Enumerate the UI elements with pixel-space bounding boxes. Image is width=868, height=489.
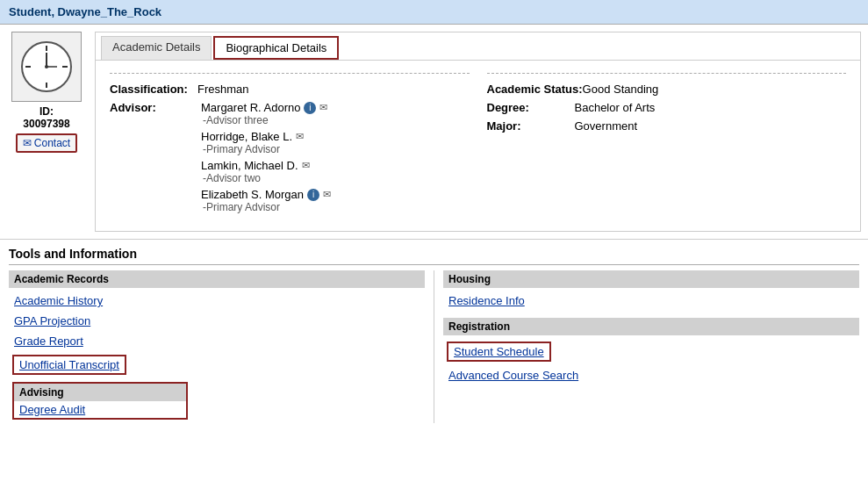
id-value: 30097398	[23, 118, 69, 130]
tools-left-col: Academic Records Academic History GPA Pr…	[9, 270, 434, 423]
page-header: Student, Dwayne_The_Rock	[0, 0, 868, 25]
housing-header: Housing	[443, 270, 859, 288]
tabs-bar: Academic Details Biographical Details	[96, 32, 860, 61]
gpa-projection-link[interactable]: GPA Projection	[9, 313, 425, 329]
degree-label: Degree:	[487, 101, 575, 114]
academic-history-wrapper: Academic History	[9, 291, 425, 311]
advisor-name: Elizabeth S. Morgan i ✉	[201, 188, 331, 201]
advisor-role: -Primary Advisor	[203, 143, 331, 155]
id-label: ID:	[39, 105, 54, 118]
advisor-role: -Primary Advisor	[203, 201, 331, 213]
academic-status-value: Good Standing	[583, 83, 659, 96]
advanced-course-search-wrapper: Advanced Course Search	[443, 365, 859, 385]
unofficial-transcript-wrapper: Unofficial Transcript	[9, 351, 425, 378]
student-panel: ID: 30097398 ✉ Contact	[7, 32, 86, 232]
student-photo	[11, 32, 82, 102]
academic-history-link[interactable]: Academic History	[9, 292, 425, 309]
advisor-role: -Advisor three	[203, 114, 331, 126]
classification-row: Classification: Freshman	[110, 83, 470, 96]
registration-header: Registration	[443, 318, 859, 335]
details-body: Classification: Freshman Advisor: Margar…	[96, 61, 860, 231]
email-icon[interactable]: ✉	[296, 131, 304, 142]
advising-header: Advising	[14, 384, 186, 401]
classification-label: Classification:	[110, 83, 197, 96]
info-icon[interactable]: i	[304, 102, 316, 114]
advanced-course-search-link[interactable]: Advanced Course Search	[443, 367, 859, 384]
main-content: ID: 30097398 ✉ Contact Academic Details …	[0, 25, 868, 240]
advisor-row: Advisor: Margaret R. Adorno i ✉ -Advisor…	[110, 101, 470, 217]
details-right: Academic Status: Good Standing Degree: B…	[487, 69, 847, 222]
tab-biographical-details[interactable]: Biographical Details	[213, 36, 339, 60]
email-icon[interactable]: ✉	[319, 102, 327, 113]
major-label: Major:	[487, 119, 575, 133]
email-envelope-icon: ✉	[23, 137, 32, 149]
degree-row: Degree: Bachelor of Arts	[487, 101, 847, 114]
clock-icon	[20, 40, 73, 93]
degree-value: Bachelor of Arts	[575, 101, 656, 114]
residence-info-wrapper: Residence Info	[443, 291, 859, 311]
advising-section: Advising Degree Audit	[12, 382, 188, 420]
major-row: Major: Government	[487, 119, 847, 133]
advisor-list: Margaret R. Adorno i ✉ -Advisor three Ho…	[201, 101, 331, 217]
advisor-name: Lamkin, Michael D. ✉	[201, 159, 331, 172]
info-icon[interactable]: i	[307, 189, 319, 201]
academic-status-row: Academic Status: Good Standing	[487, 83, 847, 96]
contact-label: Contact	[34, 137, 70, 149]
details-left: Classification: Freshman Advisor: Margar…	[110, 69, 470, 222]
tools-right-col: Housing Residence Info Registration Stud…	[434, 270, 859, 423]
grade-report-wrapper: Grade Report	[9, 331, 425, 351]
tab-academic-details[interactable]: Academic Details	[101, 36, 212, 60]
degree-audit-link[interactable]: Degree Audit	[14, 401, 186, 418]
tools-title: Tools and Information	[9, 247, 859, 265]
advisor-name: Horridge, Blake L. ✉	[201, 130, 331, 143]
student-id-block: ID: 30097398	[23, 105, 69, 130]
student-schedule-wrapper: Student Schedule	[443, 338, 859, 365]
advisor-label: Advisor:	[110, 101, 197, 114]
academic-status-label: Academic Status:	[487, 83, 583, 96]
advisor-item: Margaret R. Adorno i ✉ -Advisor three	[201, 101, 331, 126]
email-icon[interactable]: ✉	[323, 189, 331, 200]
tools-section: Tools and Information Academic Records A…	[0, 240, 868, 430]
grade-report-link[interactable]: Grade Report	[9, 333, 425, 349]
advisor-item: Elizabeth S. Morgan i ✉ -Primary Advisor	[201, 188, 331, 213]
student-name: Student, Dwayne_The_Rock	[9, 5, 161, 18]
advisor-item: Horridge, Blake L. ✉ -Primary Advisor	[201, 130, 331, 155]
advisor-name: Margaret R. Adorno i ✉	[201, 101, 331, 114]
advisor-item: Lamkin, Michael D. ✉ -Advisor two	[201, 159, 331, 184]
email-icon[interactable]: ✉	[302, 160, 310, 171]
gpa-projection-wrapper: GPA Projection	[9, 311, 425, 331]
advisor-role: -Advisor two	[203, 172, 331, 184]
classification-value: Freshman	[197, 83, 249, 96]
contact-button[interactable]: ✉ Contact	[16, 133, 77, 153]
student-schedule-link[interactable]: Student Schedule	[448, 343, 549, 360]
residence-info-link[interactable]: Residence Info	[443, 292, 859, 309]
tools-grid: Academic Records Academic History GPA Pr…	[9, 270, 859, 423]
major-value: Government	[575, 119, 638, 133]
unofficial-transcript-link[interactable]: Unofficial Transcript	[14, 356, 125, 373]
details-panel: Academic Details Biographical Details Cl…	[95, 32, 861, 232]
unofficial-transcript-outline: Unofficial Transcript	[12, 355, 126, 375]
student-schedule-outline: Student Schedule	[447, 342, 551, 362]
academic-records-header: Academic Records	[9, 270, 425, 288]
